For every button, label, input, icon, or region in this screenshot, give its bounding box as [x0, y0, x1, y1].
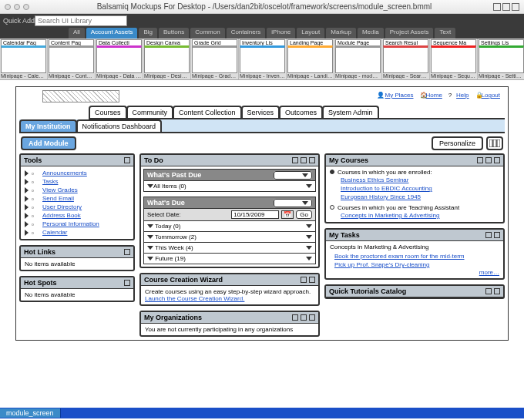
- task-link[interactable]: Pick up Prof. Snape's Dry-cleaning: [334, 261, 429, 268]
- library-tab[interactable]: iPhone: [267, 28, 295, 39]
- task-link[interactable]: Book the proctored exam room for the mid…: [334, 253, 465, 260]
- zoom-dot[interactable]: [23, 4, 29, 10]
- hotlinks-panel: Hot Links No items available: [19, 245, 135, 271]
- btn-a[interactable]: [493, 3, 501, 11]
- tool-link[interactable]: Personal Information: [42, 220, 99, 227]
- asset-thumb[interactable]: Search ResulMinipage - Searc…: [382, 39, 430, 79]
- library-tab[interactable]: Markup: [326, 28, 356, 39]
- library-tab[interactable]: Text: [435, 28, 455, 39]
- library-tab[interactable]: Common: [190, 28, 224, 39]
- actions-dropdown[interactable]: Actions: [274, 199, 312, 207]
- asset-thumb[interactable]: Sequence MaMinipage - Seque…: [430, 39, 478, 79]
- library-tab[interactable]: Buttons: [159, 28, 189, 39]
- new-window-icon[interactable]: [485, 232, 492, 238]
- new-window-icon[interactable]: [301, 314, 307, 321]
- date-input[interactable]: [231, 210, 279, 219]
- hotlinks-title: Hot Links: [24, 248, 55, 256]
- library-tab[interactable]: Project Assets: [385, 28, 434, 39]
- asset-thumb[interactable]: Landing PageMinipage - Landin…: [287, 39, 334, 79]
- course-link[interactable]: Concepts in Marketing & Advertising: [341, 212, 440, 219]
- library-tab[interactable]: Containers: [227, 28, 266, 39]
- chevron-down-icon[interactable]: [147, 184, 153, 188]
- go-button[interactable]: Go: [296, 210, 312, 219]
- sub-tab[interactable]: Notifications Dashboard: [76, 119, 163, 132]
- asset-thumb[interactable]: Design CanvaMinipage - Desig…: [143, 39, 191, 79]
- asset-thumb[interactable]: Settings LisMinipage - Settin…: [478, 39, 524, 79]
- minimize-icon[interactable]: [124, 157, 130, 163]
- course-link[interactable]: Business Ethics Seminar: [341, 176, 408, 183]
- asset-thumb[interactable]: Inventory LisMinipage - Invent…: [239, 39, 287, 79]
- edit-icon[interactable]: [292, 314, 298, 321]
- main-tab[interactable]: Services: [241, 106, 280, 118]
- minimize-icon[interactable]: [309, 157, 315, 163]
- new-window-icon[interactable]: [485, 288, 492, 294]
- tool-link[interactable]: Calendar: [42, 229, 67, 236]
- main-tab[interactable]: System Admin: [322, 106, 379, 118]
- add-module-button[interactable]: Add Module: [21, 136, 76, 150]
- asset-thumb[interactable]: Calendar PagMinipage - Calen…: [0, 39, 48, 79]
- new-window-icon[interactable]: [301, 157, 307, 163]
- due-row[interactable]: Future (19): [143, 254, 316, 264]
- chevron-down-icon: [147, 235, 153, 239]
- chevron-down-icon[interactable]: [306, 184, 312, 188]
- course-item: European History Since 1945: [341, 193, 499, 201]
- edit-icon[interactable]: [477, 157, 483, 163]
- minimize-icon[interactable]: [124, 249, 130, 255]
- library-tab[interactable]: All: [69, 28, 85, 39]
- tool-link[interactable]: Announcements: [42, 170, 87, 176]
- asset-thumb[interactable]: Content PagMinipage - Content: [48, 39, 96, 79]
- minimize-icon[interactable]: [494, 288, 500, 294]
- main-tab[interactable]: Outcomes: [279, 106, 323, 118]
- hotlinks-empty: No items available: [25, 260, 75, 267]
- asset-thumb[interactable]: Grade GridMinipage - Grade …: [191, 39, 239, 79]
- new-window-icon[interactable]: [301, 277, 307, 283]
- minimize-icon[interactable]: [124, 280, 130, 286]
- sub-tabs: My InstitutionNotifications Dashboard: [19, 119, 505, 133]
- library-tab[interactable]: Account Assets: [86, 28, 138, 39]
- edit-icon[interactable]: [292, 157, 298, 163]
- due-row[interactable]: This Week (4): [143, 243, 316, 254]
- btn-c[interactable]: [512, 3, 519, 11]
- library-tab[interactable]: Layout: [297, 28, 324, 39]
- sub-tab[interactable]: My Institution: [19, 119, 77, 132]
- logout-link[interactable]: Logout: [482, 92, 500, 99]
- btn-b[interactable]: [502, 3, 510, 11]
- minimize-dot[interactable]: [14, 4, 20, 10]
- home-link[interactable]: Home: [426, 92, 442, 99]
- due-row[interactable]: Tommorrow (2): [143, 232, 316, 243]
- select-date-label: Select Date:: [147, 211, 181, 218]
- ccw-launch-link[interactable]: Launch the Course Creation Wizard.: [145, 295, 244, 302]
- due-row[interactable]: Today (0): [143, 221, 316, 232]
- tool-link[interactable]: View Grades: [42, 186, 78, 193]
- minimize-icon[interactable]: [309, 314, 315, 321]
- minimize-icon[interactable]: [309, 277, 315, 283]
- tool-link[interactable]: User Directory: [42, 203, 82, 210]
- course-link[interactable]: European History Since 1945: [341, 193, 421, 200]
- calendar-icon[interactable]: 📅: [281, 210, 294, 219]
- course-link[interactable]: Introduction to EBDIC Accounting: [341, 185, 432, 192]
- main-tab[interactable]: Courses: [89, 106, 127, 118]
- help-link[interactable]: Help: [456, 92, 469, 99]
- chevron-down-icon: [302, 201, 308, 205]
- tool-link[interactable]: Address Book: [42, 212, 81, 219]
- minimize-icon[interactable]: [494, 157, 500, 163]
- actions-dropdown[interactable]: Actions: [274, 171, 312, 180]
- asset-thumb[interactable]: Data CollectiMinipage - Data C…: [96, 39, 143, 79]
- main-tab[interactable]: Community: [126, 106, 174, 118]
- library-tab[interactable]: Media: [358, 28, 384, 39]
- minimize-icon[interactable]: [494, 232, 500, 238]
- personalize-button[interactable]: Personalize: [432, 136, 483, 150]
- chevron-down-icon: [306, 246, 312, 250]
- tool-link[interactable]: Send Email: [42, 195, 74, 202]
- asset-thumb[interactable]: Module PageMinipage - modul…: [334, 39, 382, 79]
- quick-add-input[interactable]: [35, 15, 127, 26]
- main-tab[interactable]: Content Collection: [173, 106, 242, 118]
- tool-link[interactable]: Tasks: [42, 178, 58, 185]
- mytasks-more-link[interactable]: more…: [479, 269, 499, 276]
- new-window-icon[interactable]: [485, 157, 492, 163]
- close-dot[interactable]: [5, 4, 11, 10]
- layout-toggle-button[interactable]: [486, 136, 503, 150]
- footer-tab[interactable]: module_screen: [0, 408, 61, 418]
- library-tab[interactable]: Big: [139, 28, 157, 39]
- my-places-link[interactable]: My Places: [385, 92, 414, 99]
